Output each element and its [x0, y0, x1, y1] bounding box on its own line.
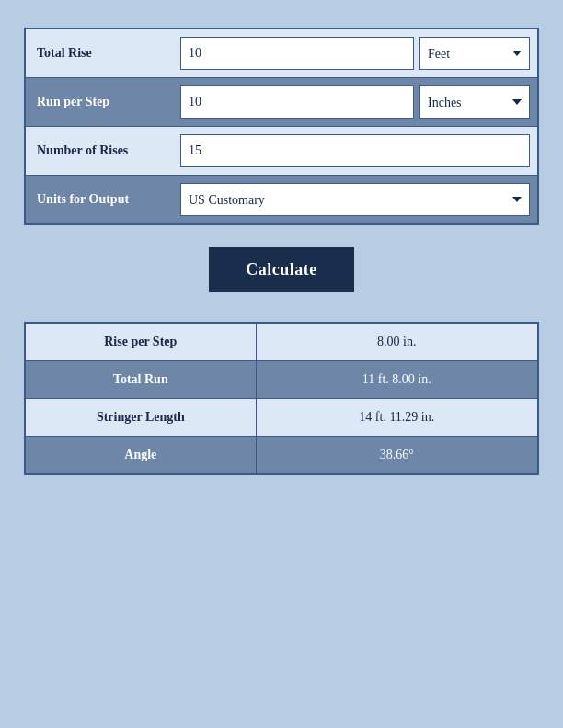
total-rise-unit-select[interactable]: Feet Inches Centimeters Meters — [419, 37, 530, 70]
total-run-row: Total Run 11 ft. 8.00 in. — [25, 361, 538, 399]
number-of-rises-row: Number of Rises — [26, 127, 537, 176]
rise-per-step-row: Rise per Step 8.00 in. — [25, 323, 538, 361]
total-rise-input[interactable] — [180, 37, 414, 70]
total-rise-label: Total Rise — [26, 39, 173, 68]
total-run-value: 11 ft. 8.00 in. — [256, 361, 538, 399]
stringer-length-value: 14 ft. 11.29 in. — [256, 399, 538, 437]
number-of-rises-input-wrapper — [173, 127, 537, 175]
run-per-step-inputs: Inches Feet Centimeters Meters — [173, 78, 537, 126]
units-for-output-select[interactable]: US Customary Metric — [180, 183, 530, 216]
units-for-output-select-wrapper: US Customary Metric — [173, 176, 537, 223]
total-run-label: Total Run — [25, 361, 256, 399]
input-panel: Total Rise Feet Inches Centimeters Meter… — [24, 28, 539, 225]
run-per-step-unit-select[interactable]: Inches Feet Centimeters Meters — [419, 85, 530, 119]
total-rise-row: Total Rise Feet Inches Centimeters Meter… — [26, 29, 537, 78]
calculate-button[interactable]: Calculate — [209, 247, 353, 292]
angle-value: 38.66° — [256, 437, 538, 475]
run-per-step-row: Run per Step Inches Feet Centimeters Met… — [26, 78, 537, 127]
angle-row: Angle 38.66° — [25, 437, 538, 475]
angle-label: Angle — [25, 437, 256, 475]
units-for-output-row: Units for Output US Customary Metric — [26, 176, 537, 223]
stringer-length-label: Stringer Length — [25, 399, 256, 437]
number-of-rises-label: Number of Rises — [26, 136, 173, 165]
rise-per-step-value: 8.00 in. — [256, 323, 538, 361]
number-of-rises-input[interactable] — [180, 134, 530, 167]
run-per-step-label: Run per Step — [26, 87, 173, 117]
total-rise-inputs: Feet Inches Centimeters Meters — [173, 29, 537, 77]
units-for-output-label: Units for Output — [26, 185, 173, 214]
results-table: Rise per Step 8.00 in. Total Run 11 ft. … — [24, 322, 539, 475]
stringer-length-row: Stringer Length 14 ft. 11.29 in. — [25, 399, 538, 437]
rise-per-step-label: Rise per Step — [25, 323, 256, 361]
run-per-step-input[interactable] — [180, 85, 414, 119]
